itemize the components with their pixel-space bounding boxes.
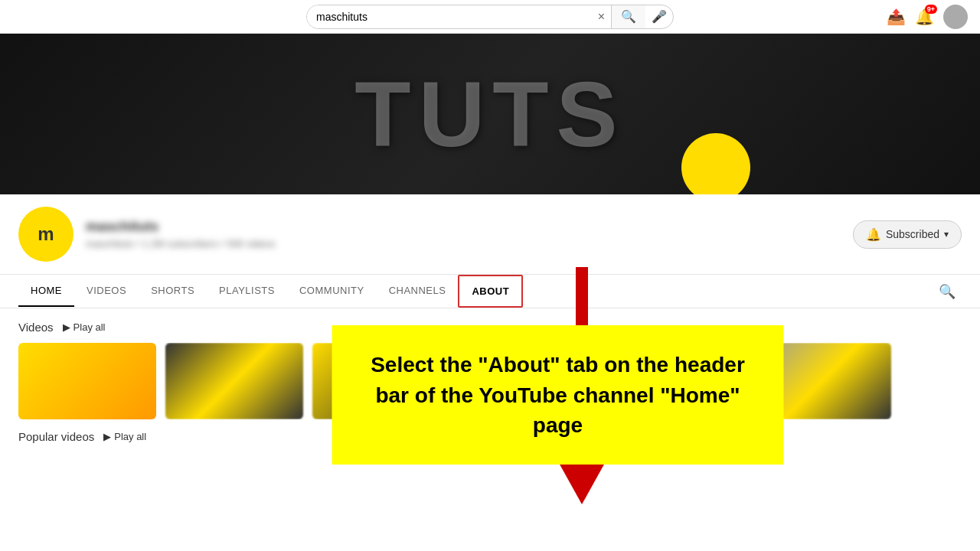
videos-section-title: Videos (18, 321, 54, 334)
tooltip-text: Select the "About" tab on the header bar… (363, 350, 753, 440)
main-content: Videos ▶ Play all Popular videos ▶ Play … (0, 308, 980, 465)
mic-button[interactable]: 🎤 (645, 9, 673, 24)
top-bar: × 🔍 🎤 📤 🔔 9+ (0, 0, 980, 34)
search-input[interactable] (307, 5, 592, 28)
notification-badge: 9+ (925, 5, 937, 14)
tab-about[interactable]: ABOUT (458, 275, 523, 308)
tab-playlists[interactable]: PLAYLISTS (207, 276, 287, 307)
channel-banner: TUTS (0, 34, 980, 194)
page-wrapper: × 🔍 🎤 📤 🔔 9+ TUTS m ma (0, 0, 980, 551)
tab-home[interactable]: HOME (18, 276, 74, 307)
notifications-button[interactable]: 🔔 9+ (915, 8, 934, 26)
nav-search-icon: 🔍 (939, 284, 956, 299)
popular-play-all-label: Play all (114, 431, 146, 442)
play-all-label: Play all (74, 321, 106, 333)
subscribe-label: Subscribed (886, 228, 939, 240)
popular-play-all-button[interactable]: ▶ Play all (103, 431, 146, 442)
subscribe-bell-icon: 🔔 (866, 227, 881, 242)
channel-info-row: m maschituts maschituts • 1.2M subscribe… (0, 194, 980, 275)
banner-text: TUTS (354, 61, 625, 167)
channel-nav: HOME VIDEOS SHORTS PLAYLISTS COMMUNITY C… (0, 275, 980, 308)
tooltip-box: Select the "About" tab on the header bar… (332, 325, 784, 465)
search-icon: 🔍 (621, 10, 636, 23)
search-button[interactable]: 🔍 (611, 5, 645, 28)
nav-area: HOME VIDEOS SHORTS PLAYLISTS COMMUNITY C… (0, 275, 980, 308)
tab-shorts[interactable]: SHORTS (139, 276, 207, 307)
channel-details: maschituts maschituts • 1.2M subscribers… (86, 219, 853, 249)
videos-play-all-button[interactable]: ▶ Play all (63, 321, 106, 333)
upload-button[interactable]: 📤 (887, 8, 906, 26)
search-bar: × 🔍 🎤 (306, 5, 674, 29)
popular-play-icon: ▶ (103, 431, 111, 442)
nav-search-button[interactable]: 🔍 (933, 277, 962, 306)
tab-community[interactable]: COMMUNITY (287, 276, 377, 307)
play-icon: ▶ (63, 321, 70, 333)
subscribe-button[interactable]: 🔔 Subscribed ▾ (853, 220, 962, 249)
top-icons: 📤 🔔 9+ (887, 5, 968, 29)
tab-channels[interactable]: CHANNELS (377, 276, 459, 307)
popular-section-title: Popular videos (18, 430, 94, 443)
subscribe-chevron-icon: ▾ (944, 229, 949, 240)
channel-name: maschituts (86, 219, 853, 235)
clear-search-button[interactable]: × (592, 10, 611, 24)
banner-decoration (681, 133, 750, 194)
tab-videos[interactable]: VIDEOS (74, 276, 139, 307)
channel-avatar: m (18, 207, 74, 262)
upload-icon: 📤 (887, 8, 906, 25)
channel-meta: maschituts • 1.2M subscribers • 500 vide… (86, 238, 853, 249)
video-thumb-2[interactable] (165, 343, 303, 419)
video-thumb-1[interactable] (18, 343, 156, 419)
mic-icon: 🎤 (652, 10, 667, 23)
avatar[interactable] (943, 5, 968, 29)
